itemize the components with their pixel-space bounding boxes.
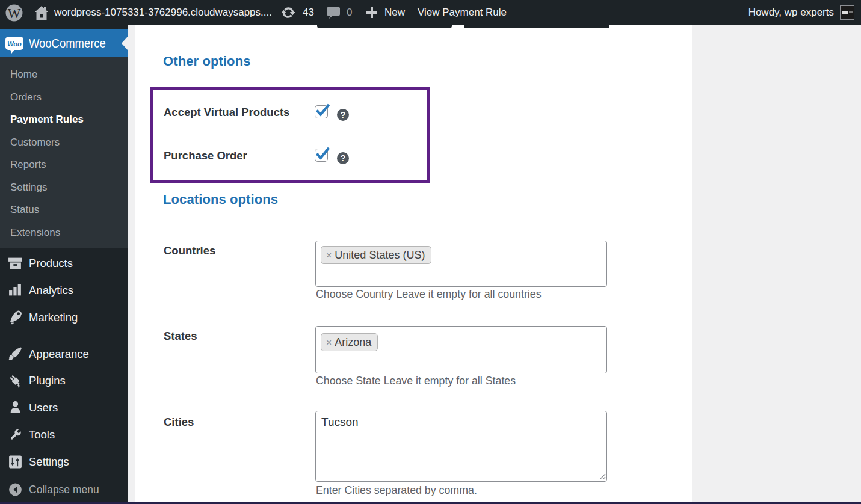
svg-text:W: W <box>8 6 21 21</box>
svg-text:Woo: Woo <box>7 40 22 48</box>
